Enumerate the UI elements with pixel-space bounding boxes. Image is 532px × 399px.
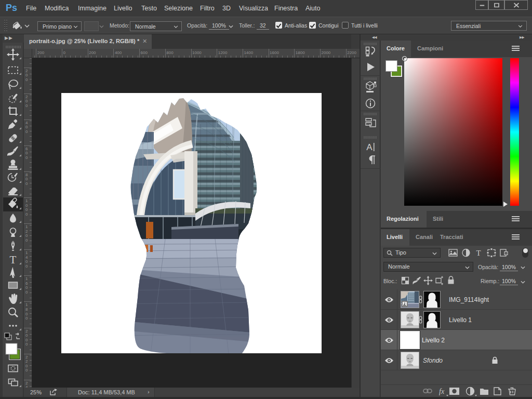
svg-text:T: T — [10, 254, 17, 266]
svg-text:fx: fx — [439, 388, 445, 395]
svg-text:T: T — [476, 249, 481, 257]
svg-text:A: A — [366, 142, 373, 152]
